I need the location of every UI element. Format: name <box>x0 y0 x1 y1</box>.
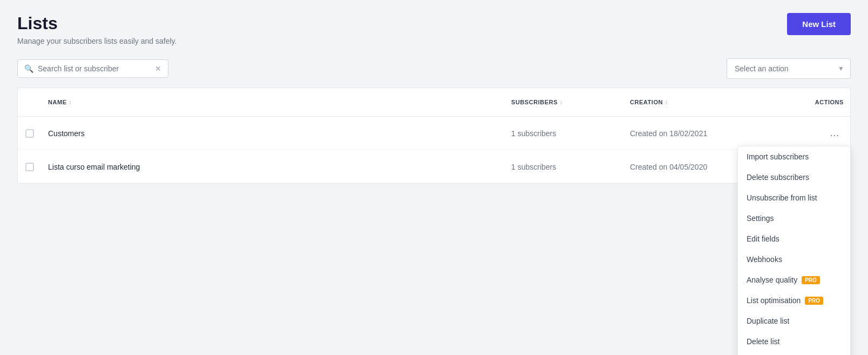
search-box: 🔍 ✕ <box>17 59 168 78</box>
row2-checkbox-cell <box>18 154 42 180</box>
dropdown-item-list-optimisation[interactable]: List optimisation PRO <box>738 290 850 311</box>
header-checkbox-cell <box>18 93 42 111</box>
name-sort-icon[interactable]: ↕ <box>69 99 72 105</box>
header-left: Lists Manage your subscribers lists easi… <box>17 13 177 45</box>
dropdown-item-webhooks[interactable]: Webhooks <box>738 249 850 270</box>
row2-subscribers: 1 subscribers <box>505 154 623 180</box>
action-select[interactable]: Select an action Import subscribers Dele… <box>727 58 851 79</box>
table-header-row: NAME ↕ SUBSCRIBERS ↕ CREATION ↕ ACTIONS <box>18 88 850 117</box>
dropdown-item-exclusion-list[interactable]: Exclusion list <box>738 352 850 355</box>
analyse-quality-pro-badge: PRO <box>802 276 820 284</box>
subscribers-sort-icon[interactable]: ↕ <box>560 99 563 105</box>
header-actions: ACTIONS <box>796 93 850 111</box>
dropdown-item-settings[interactable]: Settings <box>738 208 850 229</box>
search-icon: 🔍 <box>24 64 33 73</box>
row2-name[interactable]: Lista curso email marketing <box>42 154 505 180</box>
row1-checkbox[interactable] <box>25 129 34 138</box>
row1-creation: Created on 18/02/2021 <box>623 120 796 146</box>
creation-sort-icon[interactable]: ↕ <box>665 99 668 105</box>
header-name: NAME ↕ <box>42 93 505 111</box>
dropdown-item-unsubscribe-from-list[interactable]: Unsubscribe from list <box>738 187 850 208</box>
new-list-button[interactable]: New List <box>787 13 851 35</box>
page-subtitle: Manage your subscribers lists easily and… <box>17 37 177 45</box>
dropdown-item-import-subscribers[interactable]: Import subscribers <box>738 146 850 167</box>
toolbar: 🔍 ✕ Select an action Import subscribers … <box>17 58 851 79</box>
row1-checkbox-cell <box>18 120 42 146</box>
page-container: Lists Manage your subscribers lists easi… <box>0 0 868 197</box>
dropdown-item-analyse-quality[interactable]: Analyse quality PRO <box>738 270 850 290</box>
table-row: Lista curso email marketing 1 subscriber… <box>18 150 850 183</box>
row1-subscribers: 1 subscribers <box>505 120 623 146</box>
page-title: Lists <box>17 13 177 34</box>
table-row: Customers 1 subscribers Created on 18/02… <box>18 117 850 150</box>
row1-name[interactable]: Customers <box>42 120 505 146</box>
list-optimisation-pro-badge: PRO <box>805 297 823 305</box>
header-subscribers: SUBSCRIBERS ↕ <box>505 93 623 111</box>
clear-search-icon[interactable]: ✕ <box>155 64 161 73</box>
row1-actions-cell: … <box>796 117 850 150</box>
row1-more-button[interactable]: … <box>825 125 844 141</box>
dropdown-item-duplicate-list[interactable]: Duplicate list <box>738 311 850 331</box>
row2-checkbox[interactable] <box>25 163 34 171</box>
actions-dropdown-menu: Import subscribers Delete subscribers Un… <box>737 146 851 355</box>
search-input[interactable] <box>38 64 151 73</box>
lists-table: NAME ↕ SUBSCRIBERS ↕ CREATION ↕ ACTIONS … <box>17 88 851 184</box>
page-header: Lists Manage your subscribers lists easi… <box>17 13 851 45</box>
dropdown-item-delete-list[interactable]: Delete list <box>738 331 850 352</box>
dropdown-item-delete-subscribers[interactable]: Delete subscribers <box>738 167 850 187</box>
header-creation: CREATION ↕ <box>623 93 796 111</box>
action-select-wrapper: Select an action Import subscribers Dele… <box>727 58 851 79</box>
dropdown-item-edit-fields[interactable]: Edit fields <box>738 229 850 249</box>
